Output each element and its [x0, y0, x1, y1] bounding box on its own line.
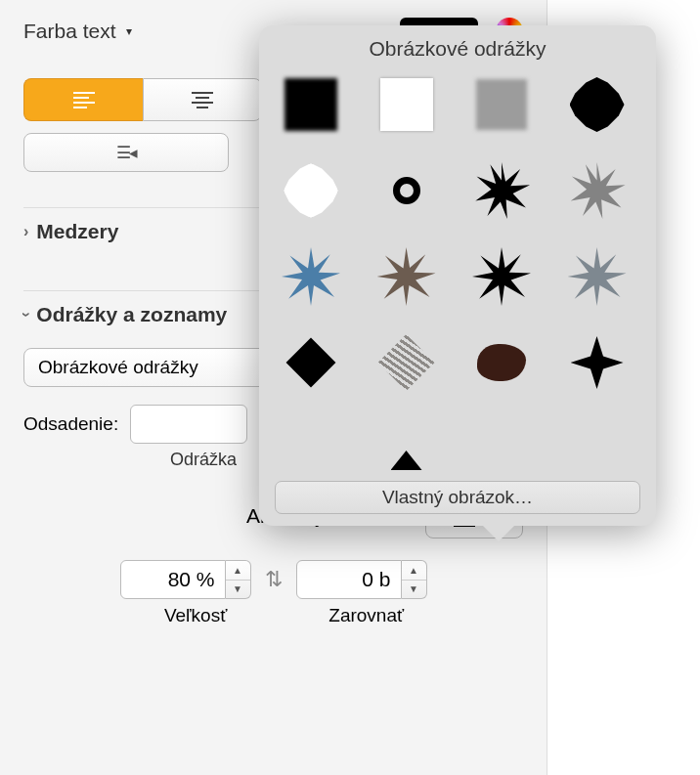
bullets-label: Odrážky a zoznamy	[36, 303, 227, 326]
size-label: Veľkosť	[164, 605, 227, 626]
bullet-option-blob[interactable]	[471, 332, 532, 393]
chevron-down-icon: ›	[18, 312, 35, 317]
indent-decrease-icon: ☰◂	[116, 143, 136, 163]
indent-bullet-sublabel: Odrážka	[170, 450, 237, 470]
resize-updown-icon: ⇅	[265, 567, 283, 592]
bullet-option-white-squircle[interactable]	[281, 160, 341, 221]
text-color-dropdown-icon[interactable]: ▾	[126, 24, 132, 38]
bullet-option-gray-square[interactable]	[471, 74, 532, 135]
align-label: Zarovnať	[328, 605, 404, 626]
bullet-option-brown-asterisk[interactable]	[376, 246, 437, 307]
bullet-option-faded-asterisk[interactable]	[567, 246, 628, 307]
bullet-option-black-squircle[interactable]	[567, 74, 628, 135]
bullet-option-white-square[interactable]	[376, 74, 437, 135]
align-left-button[interactable]	[23, 78, 143, 121]
bullet-option-partial[interactable]	[376, 418, 437, 479]
image-bullets-popover: Obrázkové odrážky Vlastný obrázok…	[259, 25, 656, 526]
text-color-label: Farba text	[23, 20, 116, 43]
bullet-option-black-burst[interactable]	[471, 160, 532, 221]
custom-image-button[interactable]: Vlastný obrázok…	[275, 481, 640, 514]
bullet-option-line-asterisk[interactable]	[471, 246, 532, 307]
bullet-option-blue-asterisk[interactable]	[281, 246, 341, 307]
bullet-type-value: Obrázkové odrážky	[38, 357, 198, 378]
chevron-right-icon: ›	[23, 223, 28, 240]
popover-title: Obrázkové odrážky	[275, 37, 640, 61]
spacing-label: Medzery	[36, 220, 118, 243]
align-stepper[interactable]: ▲▼	[402, 560, 427, 599]
bullet-option-diamond[interactable]	[281, 332, 341, 393]
bullet-option-ring[interactable]	[376, 160, 437, 221]
align-input[interactable]	[296, 560, 402, 599]
bullet-option-four-point-star[interactable]	[567, 332, 628, 393]
bullet-option-black-square[interactable]	[281, 74, 341, 135]
indent-decrease-button[interactable]: ☰◂	[23, 133, 229, 172]
bullet-option-scribble[interactable]	[376, 332, 437, 393]
indent-bullet-input[interactable]	[130, 405, 247, 444]
size-input[interactable]	[120, 560, 226, 599]
size-stepper[interactable]: ▲▼	[226, 560, 251, 599]
bullet-option-gray-burst[interactable]	[567, 160, 628, 221]
indent-label: Odsadenie:	[23, 413, 118, 435]
align-center-button[interactable]	[143, 78, 262, 121]
